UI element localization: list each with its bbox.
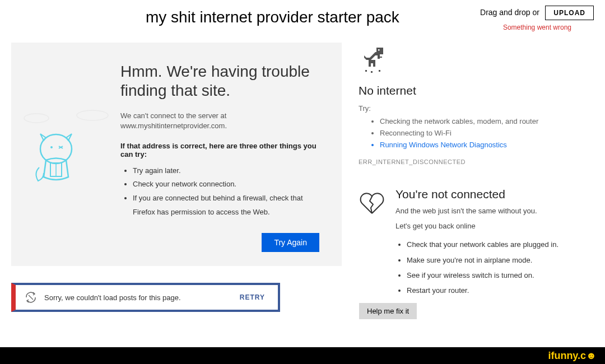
watermark-footer: ifunny.c☻ bbox=[0, 347, 605, 364]
edge-tips-list: Check that your network cables are plugg… bbox=[407, 237, 594, 298]
firefox-instruction: If that address is correct, here are thr… bbox=[120, 142, 322, 158]
edge-error-title: You're not connected bbox=[395, 188, 594, 201]
list-item: See if your wireless switch is turned on… bbox=[407, 268, 594, 283]
refresh-broken-icon bbox=[24, 291, 38, 304]
chrome-tips-list: Checking the network cables, modem, and … bbox=[380, 116, 594, 151]
firefox-error-panel: Hmm. We're having trouble finding that s… bbox=[11, 43, 342, 266]
upload-error: Something went wrong bbox=[480, 24, 571, 31]
list-item: Checking the network cables, modem, and … bbox=[380, 116, 594, 128]
svg-line-8 bbox=[29, 295, 33, 300]
svg-point-3 bbox=[50, 146, 53, 148]
upload-button[interactable]: UPLOAD bbox=[545, 6, 594, 20]
svg-point-0 bbox=[24, 114, 49, 123]
list-item: Check your network connection. bbox=[133, 178, 322, 192]
upload-area: Drag and drop or UPLOAD Something went w… bbox=[480, 6, 594, 31]
list-item: If you are connected but behind a firewa… bbox=[133, 192, 322, 219]
diagnostics-link[interactable]: Running Windows Network Diagnostics bbox=[380, 139, 594, 151]
broken-heart-icon bbox=[359, 190, 385, 217]
ifunny-watermark: ifunny.c☻ bbox=[548, 350, 597, 361]
facebook-error-box: Sorry, we couldn't load posts for this p… bbox=[11, 283, 280, 312]
retry-button[interactable]: RETRY bbox=[240, 293, 265, 301]
svg-rect-12 bbox=[379, 70, 380, 72]
svg-rect-9 bbox=[378, 49, 380, 51]
svg-rect-11 bbox=[371, 71, 373, 73]
firefox-tips-list: Try again later. Check your network conn… bbox=[133, 164, 322, 220]
edge-subtitle: And the web just isn't the same without … bbox=[395, 207, 594, 215]
edge-error-panel: You're not connected And the web just is… bbox=[359, 188, 594, 319]
dino-icon bbox=[361, 45, 386, 73]
facebook-error-message: Sorry, we couldn't load posts for this p… bbox=[44, 293, 240, 302]
chrome-try-label: Try: bbox=[359, 104, 594, 113]
firefox-mascot-icon bbox=[28, 129, 84, 191]
edge-prompt: Let's get you back online bbox=[395, 222, 594, 230]
firefox-error-subtitle: We can't connect to the server at www.my… bbox=[120, 111, 322, 131]
chrome-error-code: ERR_INTERNET_DISCONNECTED bbox=[359, 158, 594, 165]
svg-point-1 bbox=[77, 110, 108, 120]
chrome-error-title: No internet bbox=[359, 84, 594, 97]
list-item: Reconnecting to Wi-Fi bbox=[380, 128, 594, 139]
firefox-error-title: Hmm. We're having trouble finding that s… bbox=[120, 62, 322, 100]
list-item: Check that your network cables are plugg… bbox=[407, 237, 594, 252]
page-title: my shit internet provider starter pack bbox=[146, 8, 399, 26]
svg-rect-10 bbox=[365, 70, 367, 72]
list-item: Restart your router. bbox=[407, 283, 594, 298]
list-item: Make sure you're not in airplane mode. bbox=[407, 253, 594, 268]
upload-drag-text: Drag and drop or bbox=[480, 8, 539, 17]
clouds-decoration bbox=[20, 104, 120, 132]
try-again-button[interactable]: Try Again bbox=[262, 233, 319, 252]
list-item: Try again later. bbox=[133, 164, 322, 178]
help-me-fix-button[interactable]: Help me fix it bbox=[359, 303, 417, 319]
